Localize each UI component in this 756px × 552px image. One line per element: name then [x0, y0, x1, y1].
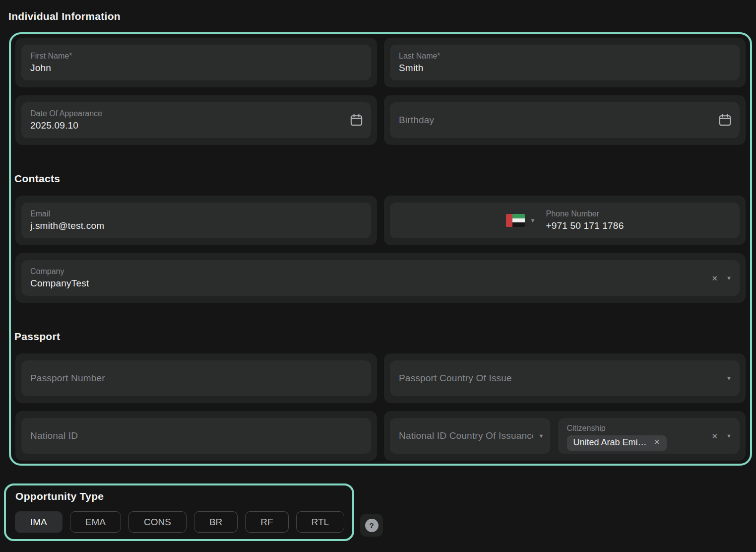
passport-country-placeholder: Passport Country Of Issue	[399, 373, 731, 384]
chevron-down-icon[interactable]: ▼	[726, 276, 732, 281]
individual-information-page: Individual Information First Name* John …	[0, 0, 756, 552]
date-of-appearance-value: 2025.09.10	[30, 119, 362, 133]
help-icon: ?	[365, 519, 378, 532]
date-of-appearance-strip: Date Of Appearance 2025.09.10	[15, 95, 377, 145]
national-id-country-field[interactable]: National ID Country Of Issuance ▼	[390, 418, 550, 454]
dates-row: Date Of Appearance 2025.09.10 Birthday	[15, 95, 746, 145]
citizenship-chip[interactable]: United Arab Emi… ✕	[567, 435, 667, 451]
company-field[interactable]: Company CompanyTest ✕ ▼	[21, 260, 740, 296]
company-label: Company	[30, 266, 731, 277]
phone-label: Phone Number	[546, 208, 624, 219]
name-row: First Name* John Last Name* Smith	[15, 38, 746, 87]
national-id-country-controls: ▼	[539, 433, 544, 439]
phone-value: +971 50 171 1786	[546, 219, 624, 233]
company-controls: ✕ ▼	[712, 275, 732, 282]
chip-remove-icon[interactable]: ✕	[654, 438, 660, 446]
last-name-field[interactable]: Last Name* Smith	[390, 45, 740, 80]
chevron-down-icon: ▼	[530, 218, 536, 223]
citizenship-label: Citizenship	[567, 423, 701, 434]
email-value: j.smith@test.com	[30, 219, 362, 233]
clear-icon[interactable]: ✕	[712, 432, 718, 440]
passport-country-field[interactable]: Passport Country Of Issue ▼	[390, 360, 740, 396]
first-name-strip: First Name* John	[15, 38, 377, 87]
birthday-field[interactable]: Birthday	[390, 102, 740, 138]
date-of-appearance-field[interactable]: Date Of Appearance 2025.09.10	[21, 102, 371, 138]
opportunity-type-panel: Opportunity Type IMA EMA CONS BR RF RTL	[4, 483, 354, 541]
birthday-strip: Birthday	[384, 95, 746, 145]
country-code-selector[interactable]: ▼	[506, 214, 536, 227]
national-id-placeholder: National ID	[30, 430, 362, 441]
chevron-down-icon[interactable]: ▼	[539, 433, 544, 439]
opportunity-option-cons[interactable]: CONS	[128, 511, 187, 533]
opportunity-type-section: Opportunity Type IMA EMA CONS BR RF RTL …	[4, 483, 756, 541]
email-field[interactable]: Email j.smith@test.com	[21, 203, 371, 238]
citizenship-field[interactable]: Citizenship United Arab Emi… ✕ ✕ ▼	[558, 418, 740, 454]
calendar-icon[interactable]	[718, 113, 732, 128]
last-name-strip: Last Name* Smith	[384, 38, 746, 87]
email-strip: Email j.smith@test.com	[15, 196, 377, 245]
first-name-value: John	[30, 62, 362, 75]
national-id-country-placeholder: National ID Country Of Issuance	[399, 430, 533, 441]
company-strip: Company CompanyTest ✕ ▼	[15, 253, 746, 303]
opportunity-type-heading: Opportunity Type	[15, 490, 344, 502]
calendar-icon[interactable]	[349, 113, 364, 128]
contacts-row: Email j.smith@test.com ▼ Phone Number	[15, 196, 746, 245]
birthday-placeholder: Birthday	[399, 115, 731, 126]
opportunity-option-rtl[interactable]: RTL	[296, 511, 345, 533]
date-of-appearance-label: Date Of Appearance	[30, 108, 362, 119]
first-name-label: First Name*	[30, 51, 362, 62]
opportunity-type-options: IMA EMA CONS BR RF RTL	[15, 511, 344, 533]
chevron-down-icon[interactable]: ▼	[726, 433, 732, 439]
clear-icon[interactable]: ✕	[712, 275, 718, 282]
opportunity-option-rf[interactable]: RF	[245, 511, 288, 533]
help-button[interactable]: ?	[360, 514, 383, 537]
citizenship-chip-value: United Arab Emi…	[573, 437, 647, 448]
opportunity-option-ima[interactable]: IMA	[15, 511, 63, 533]
phone-field[interactable]: ▼ Phone Number +971 50 171 1786	[390, 203, 740, 238]
passport-heading: Passport	[14, 331, 746, 343]
opportunity-option-ema[interactable]: EMA	[70, 511, 121, 533]
contacts-heading: Contacts	[14, 173, 746, 185]
last-name-label: Last Name*	[399, 51, 731, 62]
phone-strip: ▼ Phone Number +971 50 171 1786	[384, 196, 746, 245]
company-row: Company CompanyTest ✕ ▼	[15, 253, 746, 303]
passport-number-placeholder: Passport Number	[30, 373, 362, 384]
uae-flag-icon	[506, 214, 525, 227]
chevron-down-icon[interactable]: ▼	[726, 376, 732, 381]
first-name-field[interactable]: First Name* John	[21, 45, 371, 80]
national-id-strip: National ID	[15, 411, 377, 461]
last-name-value: Smith	[399, 62, 731, 75]
national-id-field[interactable]: National ID	[21, 418, 371, 454]
national-id-country-citizenship-strip: National ID Country Of Issuance ▼ Citize…	[384, 411, 746, 461]
passport-row: Passport Number Passport Country Of Issu…	[15, 353, 746, 403]
opportunity-option-br[interactable]: BR	[194, 511, 238, 533]
passport-number-field[interactable]: Passport Number	[21, 360, 371, 396]
individual-information-panel: First Name* John Last Name* Smith Date O…	[9, 32, 752, 466]
company-value: CompanyTest	[30, 277, 731, 290]
phone-text: Phone Number +971 50 171 1786	[546, 208, 624, 232]
page-title: Individual Information	[0, 0, 756, 22]
passport-country-controls: ▼	[726, 376, 732, 381]
citizenship-controls: ✕ ▼	[712, 432, 732, 440]
passport-number-strip: Passport Number	[15, 353, 377, 403]
national-id-row: National ID National ID Country Of Issua…	[15, 411, 746, 461]
email-label: Email	[30, 208, 362, 219]
passport-country-strip: Passport Country Of Issue ▼	[384, 353, 746, 403]
